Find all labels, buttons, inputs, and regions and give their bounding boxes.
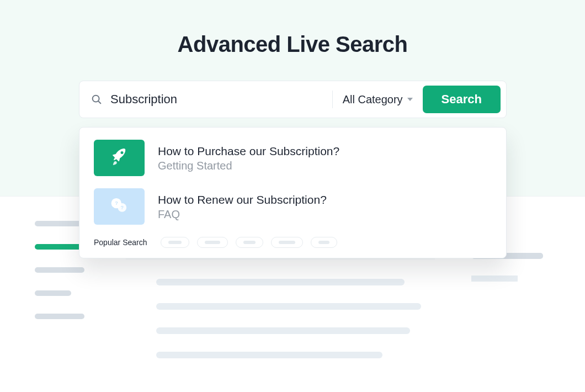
popular-search-pill[interactable] [236, 237, 263, 248]
result-icon-container [94, 140, 145, 176]
search-result-item[interactable]: ? ? How to Renew our Subscription? FAQ [94, 188, 492, 225]
right-skeleton [471, 253, 543, 298]
search-results-dropdown: How to Purchase our Subscription? Gettin… [79, 127, 507, 258]
result-icon-container: ? ? [94, 188, 145, 225]
rocket-icon [108, 146, 130, 170]
search-icon [91, 93, 103, 105]
category-label: All Category [343, 93, 403, 106]
popular-search-pill[interactable] [197, 237, 228, 248]
result-subtitle: Getting Started [158, 160, 339, 172]
result-title: How to Renew our Subscription? [158, 192, 327, 208]
popular-search-pill[interactable] [161, 237, 189, 248]
popular-search-row: Popular Search [94, 237, 492, 248]
result-subtitle: FAQ [158, 208, 327, 221]
popular-search-pill[interactable] [311, 237, 337, 248]
search-button[interactable]: Search [423, 86, 501, 113]
result-text: How to Renew our Subscription? FAQ [158, 192, 327, 220]
searchbar-divider [332, 91, 333, 108]
svg-text:?: ? [115, 200, 118, 206]
search-bar: All Category Search [79, 81, 507, 118]
search-result-item[interactable]: How to Purchase our Subscription? Gettin… [94, 140, 492, 176]
search-input[interactable] [110, 92, 322, 107]
chevron-down-icon [407, 98, 413, 101]
page-title: Advanced Live Search [0, 32, 585, 57]
popular-search-label: Popular Search [94, 238, 147, 247]
popular-search-pill[interactable] [271, 237, 303, 248]
svg-line-1 [98, 101, 100, 103]
result-title: How to Purchase our Subscription? [158, 144, 339, 159]
faq-icon: ? ? [108, 194, 131, 219]
svg-text:?: ? [121, 205, 124, 210]
result-text: How to Purchase our Subscription? Gettin… [158, 144, 339, 172]
category-dropdown[interactable]: All Category [343, 93, 413, 106]
